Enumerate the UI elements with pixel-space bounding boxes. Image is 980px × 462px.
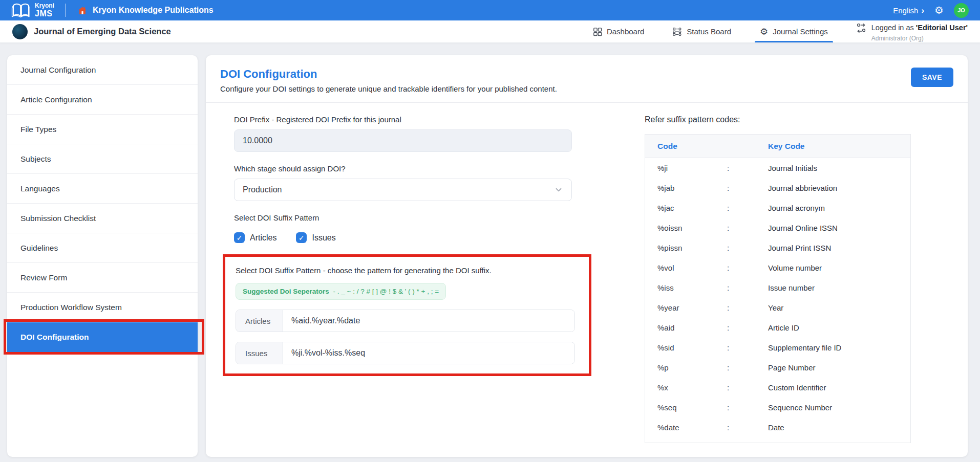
pattern-value-input[interactable] bbox=[283, 310, 574, 332]
publisher-home-link[interactable]: Kryon Knowledge Publications bbox=[77, 6, 214, 15]
stage-selected-value: Production bbox=[243, 185, 282, 194]
nav-dashboard[interactable]: Dashboard bbox=[590, 20, 647, 42]
sidebar-item[interactable]: Article Configuration bbox=[7, 85, 198, 115]
avatar-initials: JO bbox=[957, 7, 965, 13]
sidebar-item-label: Article Configuration bbox=[20, 95, 92, 104]
codes-table-row: %vol : Volume number bbox=[645, 258, 910, 278]
dashboard-grid-icon bbox=[593, 27, 602, 36]
settings-gear-button[interactable]: ⚙ bbox=[934, 5, 944, 15]
keycode-cell: Year bbox=[768, 303, 910, 312]
keycode-cell: Sequence Number bbox=[768, 403, 910, 412]
pattern-input-group: Articles bbox=[236, 310, 575, 332]
pattern-value-input[interactable] bbox=[283, 342, 574, 364]
codes-table: Code Key Code %ji : Journal Initials %ja… bbox=[645, 134, 911, 443]
suggested-separators-badge: Suggested Doi Seperators - . _ ~ : / ? #… bbox=[236, 283, 446, 300]
codes-table-row: %jac : Journal acronym bbox=[645, 198, 910, 218]
suffix-option-checkbox[interactable]: Issues bbox=[296, 232, 335, 243]
nav-status-board[interactable]: Status Board bbox=[670, 20, 734, 42]
colon-separator: : bbox=[727, 403, 768, 412]
codes-table-header: Code Key Code bbox=[645, 135, 910, 158]
sidebar-item[interactable]: Guidelines bbox=[7, 233, 198, 263]
keycode-cell: Custom Identifier bbox=[768, 383, 910, 392]
sidebar-item[interactable]: Languages bbox=[7, 174, 198, 204]
status-board-icon bbox=[673, 27, 682, 36]
brand-line2: JMS bbox=[35, 10, 54, 18]
logged-in-user[interactable]: Logged in as 'Editorial User' Administra… bbox=[856, 20, 968, 43]
sidebar-item[interactable]: Subjects bbox=[7, 144, 198, 174]
home-icon bbox=[77, 6, 88, 15]
colon-separator: : bbox=[727, 204, 768, 212]
sidebar-item[interactable]: Review Form bbox=[7, 263, 198, 293]
sidebar-item-label: Subjects bbox=[20, 155, 51, 164]
suffix-pattern-annotated-section: Select DOI Suffix Pattern - choose the p… bbox=[223, 254, 591, 376]
keycode-cell: Page Number bbox=[768, 363, 910, 372]
sidebar-item[interactable]: File Types bbox=[7, 115, 198, 144]
user-name: 'Editorial User' bbox=[916, 24, 968, 32]
codes-table-row: %oissn : Journal Online ISSN bbox=[645, 218, 910, 238]
settings-sidebar: Journal Configuration Article Configurat… bbox=[7, 55, 198, 457]
colon-separator: : bbox=[727, 323, 768, 332]
sidebar-item[interactable]: Submission Checklist bbox=[7, 204, 198, 233]
codes-table-row: %x : Custom Identifier bbox=[645, 378, 910, 398]
sidebar-item-label: DOI Configuration bbox=[20, 333, 89, 342]
kryoni-jms-logo[interactable]: Kryoni JMS bbox=[11, 2, 54, 18]
colon-separator: : bbox=[727, 423, 768, 432]
pattern-input-group: Issues bbox=[236, 342, 575, 364]
journal-settings-gear-icon: ⚙ bbox=[760, 26, 768, 37]
codes-table-row: %iss : Issue number bbox=[645, 278, 910, 298]
code-cell: %iss bbox=[645, 283, 727, 292]
colon-separator: : bbox=[727, 303, 768, 312]
nav-label: Status Board bbox=[687, 27, 731, 36]
codes-table-row: %date : Date bbox=[645, 417, 910, 437]
topbar-divider bbox=[66, 4, 66, 17]
codes-table-row: %sid : Supplementary file ID bbox=[645, 338, 910, 358]
keycode-cell: Journal Online ISSN bbox=[768, 224, 910, 232]
suffix-pattern-label: Select DOI Suffix Pattern bbox=[234, 213, 592, 222]
panel-header-text: DOI Configuration Configure your DOI set… bbox=[220, 68, 557, 93]
code-cell: %pissn bbox=[645, 244, 727, 252]
keycode-cell: Issue number bbox=[768, 283, 910, 292]
journal-title: Journal of Emerging Data Science bbox=[34, 27, 171, 36]
code-cell: %sid bbox=[645, 343, 727, 352]
codes-table-row: %pissn : Journal Print ISSN bbox=[645, 238, 910, 258]
pattern-prefix-label: Issues bbox=[236, 342, 283, 364]
user-lines: Logged in as 'Editorial User' Administra… bbox=[871, 23, 968, 43]
page-title: DOI Configuration bbox=[220, 68, 557, 81]
sidebar-item-label: Journal Configuration bbox=[20, 65, 96, 75]
logged-in-text: Logged in as 'Editorial User' bbox=[871, 24, 968, 32]
suffix-section-description: Select DOI Suffix Pattern - choose the p… bbox=[236, 266, 579, 275]
language-switcher[interactable]: English › bbox=[893, 6, 924, 15]
code-cell: %jac bbox=[645, 204, 727, 212]
doi-prefix-input[interactable] bbox=[234, 129, 572, 152]
code-cell: %year bbox=[645, 303, 727, 312]
keycode-cell: Journal Initials bbox=[768, 164, 910, 172]
keycode-cell: Date bbox=[768, 423, 910, 432]
colon-separator: : bbox=[727, 343, 768, 352]
suffix-option-checkbox[interactable]: Articles bbox=[234, 232, 276, 243]
user-switch-icon bbox=[856, 23, 867, 34]
code-cell: %seq bbox=[645, 403, 727, 412]
separators-label: Suggested Doi Seperators bbox=[243, 288, 329, 295]
sidebar-item-label: Submission Checklist bbox=[20, 214, 96, 223]
journal-identity: Journal of Emerging Data Science bbox=[12, 24, 171, 39]
top-bar: Kryoni JMS Kryon Knowledge Publications … bbox=[0, 0, 980, 20]
keycode-cell: Journal Print ISSN bbox=[768, 244, 910, 252]
app-header-bar: Journal of Emerging Data Science Dashboa… bbox=[0, 20, 980, 43]
sidebar-item[interactable]: DOI Configuration bbox=[7, 322, 198, 352]
sidebar-item[interactable]: Production Workflow System bbox=[7, 293, 198, 322]
checkbox-label: Articles bbox=[250, 233, 276, 243]
separators-list: - . _ ~ : / ? # [ ] @ ! $ & ' ( ) * + , … bbox=[333, 288, 439, 295]
user-avatar[interactable]: JO bbox=[954, 3, 969, 18]
sidebar-item[interactable]: Journal Configuration bbox=[7, 55, 198, 85]
colon-separator: : bbox=[727, 363, 768, 372]
stage-select[interactable]: Production bbox=[234, 179, 572, 201]
nav-journal-settings[interactable]: ⚙ Journal Settings bbox=[757, 20, 831, 42]
codes-table-row: %p : Page Number bbox=[645, 358, 910, 378]
codes-panel-title: Refer suffix pattern codes: bbox=[645, 115, 911, 124]
codes-table-row: %ji : Journal Initials bbox=[645, 158, 910, 178]
codes-table-row: %year : Year bbox=[645, 298, 910, 318]
save-button[interactable]: SAVE bbox=[911, 68, 953, 87]
page-subtitle: Configure your DOI settings to generate … bbox=[220, 84, 557, 93]
main-navigation: Dashboard Status Board ⚙ Journal Setting… bbox=[579, 20, 842, 42]
sidebar-item-label: Production Workflow System bbox=[20, 303, 122, 312]
